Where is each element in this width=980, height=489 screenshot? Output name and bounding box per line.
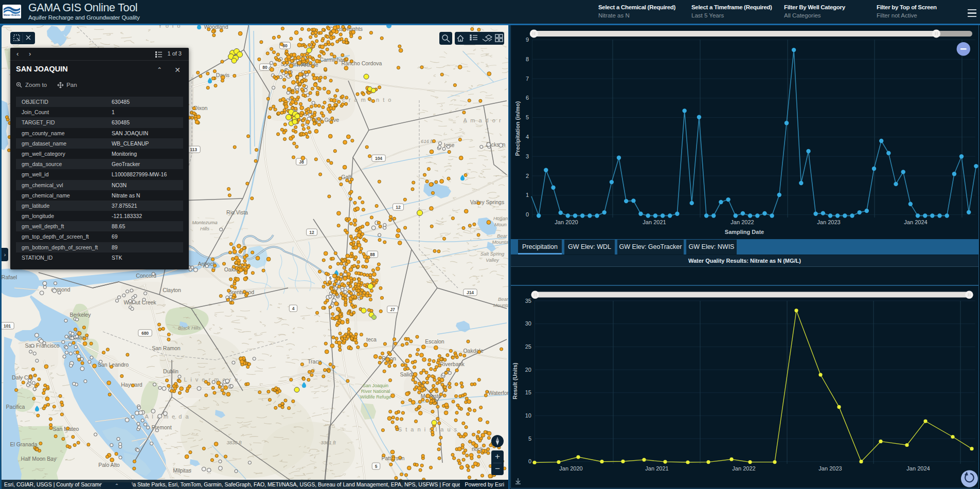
svg-text:S t a n i s l a u s: S t a n i s l a u s: [398, 426, 458, 432]
svg-text:Mountain: Mountain: [493, 302, 508, 308]
svg-text:San Ramon: San Ramon: [152, 345, 181, 351]
svg-text:101: 101: [4, 323, 11, 329]
svg-text:Wildlife Refuge: Wildlife Refuge: [360, 394, 391, 400]
svg-text:Waterford: Waterford: [488, 390, 508, 396]
svg-text:Riverbank: Riverbank: [440, 361, 465, 367]
svg-text:Milpitas: Milpitas: [173, 467, 191, 474]
svg-text:San Francisco: San Francisco: [25, 342, 59, 349]
svg-text:Hills: Hills: [200, 226, 209, 231]
svg-text:San Mateo: San Mateo: [53, 426, 79, 432]
svg-text:Hogan: Hogan: [493, 215, 508, 221]
svg-text:El Granada: El Granada: [10, 441, 37, 447]
svg-text:Rio Vista: Rio Vista: [226, 209, 248, 215]
svg-text:12: 12: [396, 205, 401, 210]
svg-text:Escalon: Escalon: [425, 338, 444, 345]
svg-text:A m a d o r: A m a d o r: [463, 117, 502, 123]
svg-text:Water Boards: Water Boards: [4, 13, 21, 16]
svg-text:L i v e r m o r e: L i v e r m o r e: [184, 376, 239, 383]
svg-text:Bear: Bear: [497, 233, 508, 239]
svg-text:J8: J8: [299, 159, 304, 165]
svg-text:5: 5: [375, 464, 378, 469]
svg-text:104: 104: [375, 156, 382, 161]
svg-text:J14: J14: [467, 290, 474, 295]
svg-text:Half Moon Bay: Half Moon Bay: [21, 456, 57, 462]
svg-text:Rafael: Rafael: [2, 274, 17, 280]
svg-text:Pacifica: Pacifica: [6, 404, 25, 410]
svg-text:Berkeley: Berkeley: [70, 312, 92, 318]
svg-text:4: 4: [292, 306, 295, 311]
svg-text:680: 680: [141, 331, 149, 336]
svg-text:3361 ft: 3361 ft: [320, 440, 335, 445]
svg-text:Valley: Valley: [486, 257, 500, 263]
svg-text:Y o l o: Y o l o: [158, 25, 182, 29]
svg-text:Moun: Moun: [494, 222, 507, 227]
svg-text:Palo Alto: Palo Alto: [98, 462, 120, 468]
svg-text:12: 12: [309, 230, 314, 235]
svg-text:Dublin: Dublin: [163, 368, 179, 374]
svg-text:River National: River National: [361, 389, 390, 394]
svg-text:Salt Spring: Salt Spring: [480, 251, 505, 257]
svg-text:Brentwood: Brentwood: [228, 289, 254, 295]
svg-text:Black Hills: Black Hills: [178, 325, 201, 331]
svg-text:teca: teca: [366, 336, 377, 342]
svg-text:Bear: Bear: [498, 296, 508, 302]
svg-text:J7: J7: [390, 307, 395, 312]
svg-text:Fremont: Fremont: [151, 424, 171, 430]
svg-text:3836 ft: 3836 ft: [226, 440, 241, 445]
svg-text:5: 5: [329, 276, 332, 281]
svg-text:Mountain: Mountain: [492, 239, 508, 245]
svg-text:Folsom: Folsom: [403, 25, 421, 26]
svg-text:San Joaquin: San Joaquin: [363, 383, 388, 388]
svg-text:88: 88: [370, 252, 375, 257]
svg-text:Montezuma: Montezuma: [192, 220, 218, 225]
svg-text:Clayton: Clayton: [163, 287, 181, 293]
svg-text:Walnut Creek: Walnut Creek: [123, 299, 156, 305]
svg-text:80: 80: [262, 65, 268, 70]
svg-text:616 ft: 616 ft: [421, 138, 433, 144]
svg-text:Valley Springs: Valley Springs: [470, 199, 504, 205]
svg-text:113: 113: [190, 147, 197, 152]
